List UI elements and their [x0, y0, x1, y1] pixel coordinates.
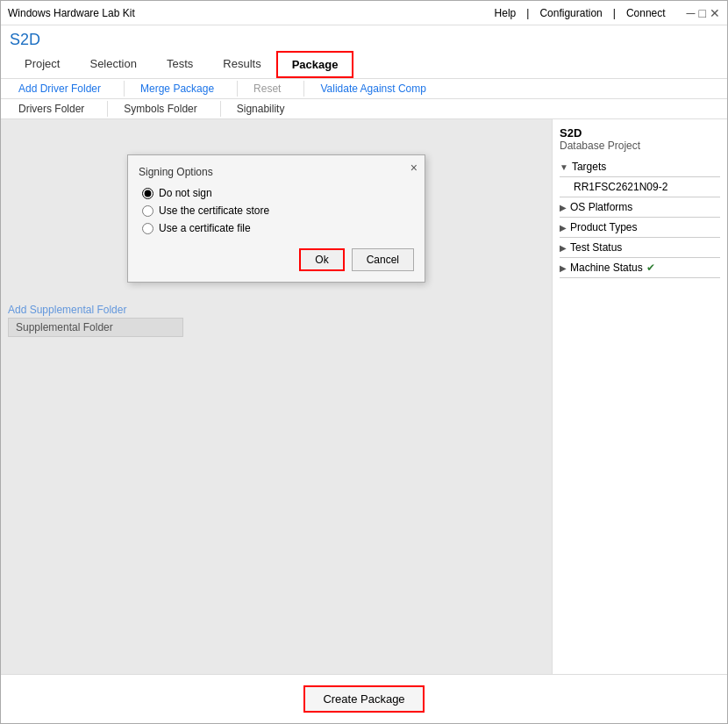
toolbar2-group-3: Signability: [228, 101, 308, 117]
radio-cert-file[interactable]: Use a certificate file: [142, 222, 414, 234]
configuration-link[interactable]: Configuration: [539, 7, 602, 19]
nav-bar: Project Selection Tests Results Package: [1, 51, 727, 79]
window-controls: ─ □ ✕: [687, 6, 720, 20]
radio-do-not-sign-input[interactable]: [142, 188, 153, 199]
nav-item-selection[interactable]: Selection: [75, 51, 151, 78]
radio-cert-store-label: Use the certificate store: [159, 204, 269, 217]
merge-package-btn[interactable]: Merge Package: [132, 81, 223, 97]
dialog-buttons: Ok Cancel: [139, 248, 414, 271]
targets-label: Targets: [572, 161, 606, 173]
project-title: S2D: [560, 126, 720, 140]
nav-item-project[interactable]: Project: [10, 51, 75, 78]
radio-cert-file-input[interactable]: [142, 223, 153, 234]
test-status-arrow: ▶: [560, 243, 567, 253]
divider-5: [560, 257, 720, 258]
divider-6: [560, 277, 720, 278]
project-subtitle: Database Project: [560, 140, 720, 152]
bottom-bar: Create Package: [1, 674, 727, 723]
maximize-button[interactable]: □: [699, 6, 706, 20]
machine-status-label: Machine Status: [570, 262, 643, 274]
connect-link[interactable]: Connect: [626, 7, 666, 19]
drivers-folder-label: Drivers Folder: [10, 101, 93, 117]
tree-product-types[interactable]: ▶ Product Types: [560, 219, 720, 235]
divider-4: [560, 237, 720, 238]
os-platforms-arrow: ▶: [560, 203, 567, 212]
product-types-arrow: ▶: [560, 223, 567, 233]
title-bar-right: Help | Configuration | Connect ─ □ ✕: [495, 6, 720, 20]
separator1: |: [526, 7, 529, 19]
machine-status-check-icon: ✔: [646, 262, 655, 274]
tree-view: ▼ Targets RR1FSC2621N09-2 ▶ OS Platforms…: [560, 159, 720, 278]
divider-3: [560, 217, 720, 218]
signability-label: Signability: [228, 101, 294, 117]
toolbar-group-1: Add Driver Folder: [10, 81, 125, 97]
signing-options-group: Do not sign Use the certificate store Us…: [139, 187, 414, 234]
dialog-cancel-btn[interactable]: Cancel: [352, 248, 414, 271]
nav-item-results[interactable]: Results: [208, 51, 275, 78]
radio-cert-store-input[interactable]: [142, 205, 153, 217]
main-window: Windows Hardware Lab Kit Help | Configur…: [0, 0, 728, 724]
machine-status-arrow: ▶: [560, 263, 567, 273]
reset-btn[interactable]: Reset: [245, 81, 289, 97]
create-package-button[interactable]: Create Package: [303, 685, 424, 713]
dialog-title: Signing Options: [139, 166, 414, 178]
tree-machine-status[interactable]: ▶ Machine Status ✔: [560, 260, 720, 276]
radio-cert-store[interactable]: Use the certificate store: [142, 204, 414, 217]
tree-test-status[interactable]: ▶ Test Status: [560, 240, 720, 255]
tree-target-name[interactable]: RR1FSC2621N09-2: [560, 179, 720, 195]
separator2: |: [613, 7, 616, 19]
toolbar-group-3: Reset: [245, 81, 304, 97]
app-section-title: S2D: [1, 25, 727, 51]
toolbar-group-2: Merge Package: [132, 81, 238, 97]
test-status-label: Test Status: [570, 241, 622, 254]
os-platforms-label: OS Platforms: [570, 201, 632, 213]
dialog-close-btn[interactable]: ×: [410, 161, 418, 175]
toolbar-1: Add Driver Folder Merge Package Reset Va…: [1, 79, 727, 99]
divider-2: [560, 197, 720, 197]
targets-arrow: ▼: [560, 162, 568, 172]
radio-cert-file-label: Use a certificate file: [159, 222, 251, 234]
left-panel: Add Supplemental Folder Supplemental Fol…: [1, 119, 552, 674]
app-title-bar: Windows Hardware Lab Kit: [8, 7, 135, 19]
nav-item-tests[interactable]: Tests: [152, 51, 208, 78]
tree-os-platforms[interactable]: ▶ OS Platforms: [560, 199, 720, 215]
minimize-button[interactable]: ─: [687, 6, 696, 20]
close-button[interactable]: ✕: [710, 6, 720, 20]
validate-against-comp-btn[interactable]: Validate Against Comp: [311, 81, 435, 97]
nav-item-package[interactable]: Package: [276, 51, 354, 78]
toolbar-group-4: Validate Against Comp: [311, 81, 449, 97]
symbols-folder-label: Symbols Folder: [115, 101, 205, 117]
main-content: Add Supplemental Folder Supplemental Fol…: [1, 119, 727, 674]
dialog-ok-btn[interactable]: Ok: [299, 248, 344, 271]
add-driver-folder-btn[interactable]: Add Driver Folder: [10, 81, 110, 97]
toolbar2-group-1: Drivers Folder: [10, 101, 108, 117]
toolbar-2: Drivers Folder Symbols Folder Signabilit…: [1, 99, 727, 119]
toolbar2-group-2: Symbols Folder: [115, 101, 220, 117]
radio-do-not-sign[interactable]: Do not sign: [142, 187, 414, 199]
title-bar: Windows Hardware Lab Kit Help | Configur…: [1, 1, 727, 25]
dialog-overlay: × Signing Options Do not sign Use the ce…: [1, 119, 552, 674]
tree-targets[interactable]: ▼ Targets: [560, 159, 720, 175]
product-types-label: Product Types: [570, 221, 638, 233]
right-panel: S2D Database Project ▼ Targets RR1FSC262…: [552, 119, 727, 674]
divider-1: [560, 176, 720, 177]
signing-options-dialog: × Signing Options Do not sign Use the ce…: [127, 154, 425, 283]
help-link[interactable]: Help: [495, 7, 517, 19]
target-name-label: RR1FSC2621N09-2: [574, 181, 667, 193]
radio-do-not-sign-label: Do not sign: [159, 187, 212, 199]
